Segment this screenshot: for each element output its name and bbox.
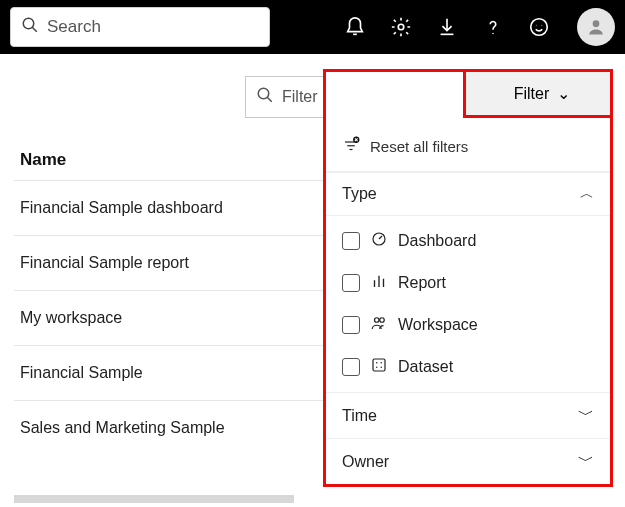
svg-point-8 bbox=[536, 25, 537, 26]
filter-option[interactable]: Workspace bbox=[326, 304, 610, 346]
avatar[interactable] bbox=[577, 8, 615, 46]
filter-option[interactable]: Report bbox=[326, 262, 610, 304]
help-icon[interactable] bbox=[479, 13, 507, 41]
svg-point-6 bbox=[492, 33, 493, 34]
global-search-input[interactable] bbox=[47, 17, 259, 37]
filter-section-owner-header[interactable]: Owner ﹀ bbox=[326, 438, 610, 484]
svg-line-20 bbox=[379, 236, 382, 239]
filter-section-type-header[interactable]: Type ︿ bbox=[326, 172, 610, 216]
filter-section-time-header[interactable]: Time ﹀ bbox=[326, 392, 610, 438]
filter-section-type-body: DashboardReportWorkspaceDataset bbox=[326, 216, 610, 392]
svg-point-3 bbox=[398, 24, 404, 30]
filter-panel: Filter ⌄ bbox=[323, 69, 613, 487]
svg-point-28 bbox=[381, 362, 383, 364]
filter-option-label: Dataset bbox=[398, 358, 453, 376]
svg-point-30 bbox=[381, 367, 383, 369]
feedback-icon[interactable] bbox=[525, 13, 553, 41]
filter-button[interactable]: Filter ⌄ bbox=[463, 69, 613, 118]
chevron-down-icon: ⌄ bbox=[557, 84, 570, 103]
notifications-icon[interactable] bbox=[341, 13, 369, 41]
chevron-down-icon: ﹀ bbox=[578, 405, 594, 426]
svg-point-25 bbox=[380, 318, 385, 323]
filter-section-time-label: Time bbox=[342, 407, 377, 425]
chevron-up-icon: ︿ bbox=[580, 185, 594, 203]
gear-icon[interactable] bbox=[387, 13, 415, 41]
search-icon bbox=[21, 16, 39, 38]
reset-filters-label: Reset all filters bbox=[370, 138, 468, 155]
download-icon[interactable] bbox=[433, 13, 461, 41]
filter-section-owner-label: Owner bbox=[342, 453, 389, 471]
svg-rect-26 bbox=[373, 359, 385, 371]
svg-point-27 bbox=[376, 362, 378, 364]
svg-line-1 bbox=[32, 27, 37, 32]
reset-filters-icon bbox=[342, 136, 370, 157]
filter-option-label: Dashboard bbox=[398, 232, 476, 250]
svg-point-10 bbox=[593, 20, 600, 27]
checkbox[interactable] bbox=[342, 232, 360, 250]
chevron-down-icon: ﹀ bbox=[578, 451, 594, 472]
horizontal-scrollbar[interactable] bbox=[14, 495, 294, 503]
content-area: Name Type Financial Sample dashboardDaFi… bbox=[0, 54, 625, 507]
svg-point-29 bbox=[376, 367, 378, 369]
search-icon bbox=[256, 86, 274, 108]
filter-option-label: Workspace bbox=[398, 316, 478, 334]
filter-button-label: Filter bbox=[514, 85, 550, 103]
filter-option-label: Report bbox=[398, 274, 446, 292]
reset-filters-button[interactable]: Reset all filters bbox=[326, 126, 610, 172]
filter-section-type-label: Type bbox=[342, 185, 377, 203]
filter-option[interactable]: Dataset bbox=[326, 346, 610, 388]
global-search[interactable] bbox=[10, 7, 270, 47]
grid-icon bbox=[370, 356, 388, 378]
checkbox[interactable] bbox=[342, 358, 360, 376]
people-icon bbox=[370, 314, 388, 336]
checkbox[interactable] bbox=[342, 274, 360, 292]
gauge-icon bbox=[370, 230, 388, 252]
svg-point-0 bbox=[23, 18, 34, 29]
bars-icon bbox=[370, 272, 388, 294]
svg-point-9 bbox=[541, 25, 542, 26]
top-bar bbox=[0, 0, 625, 54]
svg-line-12 bbox=[267, 97, 272, 102]
checkbox[interactable] bbox=[342, 316, 360, 334]
svg-point-7 bbox=[531, 19, 548, 36]
svg-point-24 bbox=[375, 318, 380, 323]
svg-point-11 bbox=[258, 88, 269, 99]
filter-option[interactable]: Dashboard bbox=[326, 220, 610, 262]
